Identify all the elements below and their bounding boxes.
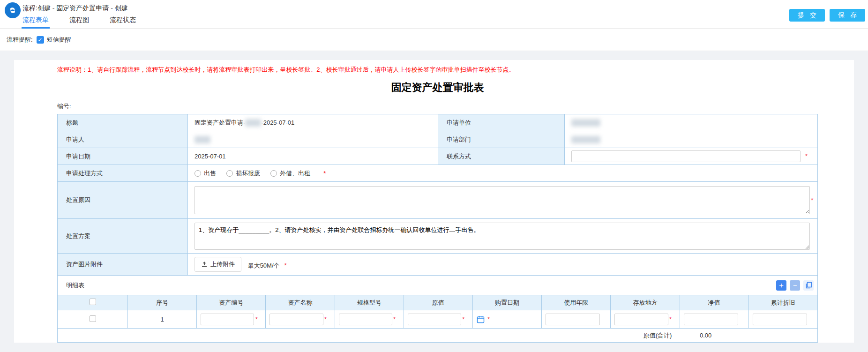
tab-process-form[interactable]: 流程表单 <box>22 14 50 29</box>
detail-section-label: 明细表 <box>66 281 84 290</box>
copy-icon <box>805 282 812 289</box>
redacted-value <box>571 136 600 143</box>
copy-row-button[interactable] <box>803 280 814 291</box>
col-service-years: 使用年限 <box>542 295 611 310</box>
unit-field-value <box>565 114 818 131</box>
date-picker-trigger[interactable] <box>477 315 485 323</box>
sms-reminder-checkbox[interactable]: ✓ <box>37 36 44 44</box>
redacted-value <box>571 119 600 127</box>
col-depreciation: 累计折旧 <box>748 295 817 310</box>
plan-field-label: 处置方案 <box>58 219 188 254</box>
depreciation-input[interactable] <box>753 314 807 325</box>
attachment-field-label: 资产图片附件 <box>58 254 188 276</box>
upload-button-label: 上传附件 <box>210 260 235 269</box>
required-asterisk: * <box>393 315 396 323</box>
table-row: 申请人 申请部门 <box>58 131 818 148</box>
asset-name-input[interactable] <box>269 314 323 325</box>
reminder-label: 流程提醒: <box>7 36 33 44</box>
required-asterisk: * <box>462 315 464 323</box>
table-row: 标题 固定资产处置申请--2025-07-01 申请单位 <box>58 114 818 131</box>
detail-table: 序号 资产编号 资产名称 规格型号 原值 购置日期 使用年限 存放地方 净值 累… <box>57 295 818 343</box>
reason-field-cell: * <box>188 182 818 219</box>
title-field-value: 固定资产处置申请--2025-07-01 <box>188 114 438 131</box>
col-net-value: 净值 <box>680 295 748 310</box>
required-asterisk: * <box>487 315 490 323</box>
tab-process-status[interactable]: 流程状态 <box>109 14 137 29</box>
upload-attachment-button[interactable]: 上传附件 <box>195 257 241 272</box>
col-location: 存放地方 <box>611 295 680 310</box>
radio-scrap[interactable]: 损坏报废 <box>226 169 260 178</box>
plan-field-cell: 1、资产现存于_________。2、请资产处核实，并由资产处联合招标办统一确认… <box>188 219 818 254</box>
table-row: 明细表 ＋ － <box>58 276 818 295</box>
required-asterisk: * <box>805 152 808 160</box>
table-row: 申请日期 2025-07-01 联系方式 * <box>58 148 818 165</box>
radio-sell-label: 出售 <box>204 169 216 178</box>
dept-field-value <box>565 131 818 148</box>
col-asset-name: 资产名称 <box>266 295 335 310</box>
save-button[interactable]: 保 存 <box>830 9 865 22</box>
app-header: 流程:创建 - 固定资产处置申请 - 创建 流程表单 流程图 流程状态 提 交 … <box>0 0 868 29</box>
table-row: 处置原因 * <box>58 182 818 219</box>
total-label: 原值(合计) <box>623 331 692 340</box>
remove-row-button[interactable]: － <box>790 280 800 291</box>
method-radio-group: 出售 损坏报废 外借、出租 * <box>195 169 817 178</box>
service-years-input[interactable] <box>546 314 600 325</box>
add-row-button[interactable]: ＋ <box>776 280 786 291</box>
tab-process-diagram[interactable]: 流程图 <box>68 14 90 29</box>
process-reminder-bar: 流程提醒: ✓ 短信提醒 <box>0 29 868 51</box>
select-all-checkbox[interactable] <box>90 299 96 305</box>
detail-header-row: 序号 资产编号 资产名称 规格型号 原值 购置日期 使用年限 存放地方 净值 累… <box>58 295 818 310</box>
radio-lend[interactable]: 外借、出租 <box>270 169 310 178</box>
submit-button[interactable]: 提 交 <box>789 9 825 22</box>
title-value-suffix: -2025-07-01 <box>261 119 294 126</box>
contact-input[interactable] <box>571 150 801 162</box>
net-value-input[interactable] <box>684 314 738 325</box>
applicant-field-value <box>188 131 438 148</box>
window-title: 流程:创建 - 固定资产处置申请 - 创建 <box>22 4 128 13</box>
method-field-label: 申请处理方式 <box>58 165 188 182</box>
plan-textarea[interactable]: 1、资产现存于_________。2、请资产处核实，并由资产处联合招标办统一确认… <box>195 223 810 250</box>
process-notice-text: 流程说明：1、请自行跟踪流程，流程节点到达校长时，请将流程审批表打印出来，呈校长… <box>57 66 818 74</box>
applicant-field-label: 申请人 <box>58 131 188 148</box>
row-checkbox[interactable] <box>90 315 96 322</box>
title-field-label: 标题 <box>58 114 188 131</box>
radio-sell[interactable]: 出售 <box>195 169 216 178</box>
contact-field-cell: * <box>565 148 818 165</box>
redacted-value <box>245 119 261 127</box>
required-asterisk: * <box>255 315 257 323</box>
calendar-icon <box>477 315 485 323</box>
dept-field-label: 申请部门 <box>438 131 565 148</box>
form-title: 固定资产处置审批表 <box>57 81 818 95</box>
radio-icon[interactable] <box>270 170 277 177</box>
model-input[interactable] <box>339 314 392 325</box>
original-value-input[interactable] <box>408 314 461 325</box>
required-asterisk: * <box>323 170 326 177</box>
radio-icon[interactable] <box>226 170 233 177</box>
date-field-value: 2025-07-01 <box>188 148 438 165</box>
col-asset-no: 资产编号 <box>197 295 266 310</box>
detail-total-row: 原值(合计) 0.00 <box>58 329 818 343</box>
location-input[interactable] <box>614 314 668 325</box>
required-asterisk: * <box>669 315 672 323</box>
number-label: 编号: <box>57 102 818 111</box>
unit-field-label: 申请单位 <box>438 114 565 131</box>
col-purchase-date: 购置日期 <box>472 295 541 310</box>
redacted-value <box>195 136 210 143</box>
row-select-cell <box>58 310 128 329</box>
table-row: 处置方案 1、资产现存于_________。2、请资产处核实，并由资产处联合招标… <box>58 219 818 254</box>
col-original-value: 原值 <box>404 295 472 310</box>
process-tabs: 流程表单 流程图 流程状态 <box>22 14 156 29</box>
radio-icon[interactable] <box>195 170 201 177</box>
row-seq: 1 <box>128 310 197 329</box>
app-logo-icon <box>5 2 21 18</box>
detail-data-row: 1 * * * * * * <box>58 310 818 329</box>
attachment-field-cell: 上传附件 最大50M/个 * <box>188 254 818 276</box>
asset-no-input[interactable] <box>201 314 254 325</box>
required-asterisk: * <box>284 262 286 269</box>
sms-reminder-label[interactable]: 短信提醒 <box>47 36 71 44</box>
upload-hint: 最大50M/个 <box>248 262 280 269</box>
table-row: 资产图片附件 上传附件 最大50M/个 * <box>58 254 818 276</box>
form-card: 流程说明：1、请自行跟踪流程，流程节点到达校长时，请将流程审批表打印出来，呈校长… <box>14 60 854 343</box>
reason-textarea[interactable] <box>195 186 810 214</box>
title-value-prefix: 固定资产处置申请- <box>195 119 245 126</box>
